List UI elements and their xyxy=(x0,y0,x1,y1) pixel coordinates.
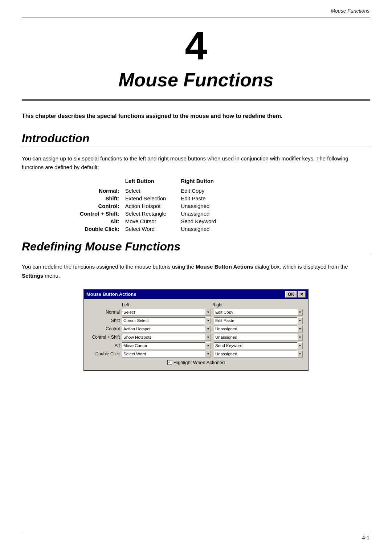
section-heading-redefining: Redefining Mouse Functions xyxy=(22,240,370,253)
dialog-left-input[interactable] xyxy=(122,351,205,358)
table-left-cell: Move Cursor xyxy=(125,217,181,225)
table-modifier-cell: Control: xyxy=(80,202,125,210)
table-right-cell: Unassigned xyxy=(181,210,231,217)
dialog-row-label: Alt xyxy=(89,343,122,348)
dialog-right-input[interactable] xyxy=(214,326,297,332)
table-row: Alt: Move Cursor Send Keyword xyxy=(80,217,231,225)
dialog-left-select[interactable]: ▼ xyxy=(122,317,211,324)
dialog-left-select[interactable]: ▼ xyxy=(122,342,211,349)
dialog-box: Mouse Button Actions OK ✕ Left Right Nor… xyxy=(83,289,309,371)
dialog-spacer xyxy=(89,302,122,307)
dialog-left-dropdown-btn[interactable]: ▼ xyxy=(205,317,211,324)
dialog-right-col-header: Right xyxy=(212,302,303,307)
table-left-cell: Extend Selection xyxy=(125,195,181,202)
dialog-left-input[interactable] xyxy=(122,342,205,349)
highlight-checkbox-label: Highlight When Actioned xyxy=(173,360,225,365)
dialog-left-select[interactable]: ▼ xyxy=(122,351,211,358)
dialog-row: Shift ▼ ▼ xyxy=(89,317,303,324)
section-rule-introduction xyxy=(22,147,370,147)
table-modifier-cell: Double Click: xyxy=(80,225,125,233)
table-modifier-cell: Control + Shift: xyxy=(80,210,125,217)
dialog-body: Left Right Normal ▼ ▼ Shift ▼ ▼ Control xyxy=(84,299,308,370)
bottom-rule xyxy=(22,533,370,533)
dialog-ok-button[interactable]: OK xyxy=(285,291,297,298)
dialog-right-select[interactable]: ▼ xyxy=(214,334,303,341)
functions-table: Left Button Right Button Normal: Select … xyxy=(80,178,231,233)
dialog-right-input[interactable] xyxy=(214,309,297,316)
bold-mouse-button-actions: Mouse Button Actions xyxy=(196,264,253,270)
table-left-button-header: Left Button xyxy=(125,178,181,187)
dialog-checkbox-row: ✓ Highlight When Actioned xyxy=(89,360,303,365)
chapter-number: 4 xyxy=(22,25,370,65)
dialog-left-select[interactable]: ▼ xyxy=(122,326,211,332)
table-modifier-cell: Alt: xyxy=(80,217,125,225)
dialog-left-dropdown-btn[interactable]: ▼ xyxy=(205,326,211,332)
table-row: Control: Action Hotspot Unassigned xyxy=(80,202,231,210)
dialog-left-dropdown-btn[interactable]: ▼ xyxy=(205,342,211,349)
dialog-right-input[interactable] xyxy=(214,351,297,358)
dialog-right-select[interactable]: ▼ xyxy=(214,351,303,358)
dialog-row-label: Double Click xyxy=(89,351,122,356)
dialog-row: Control + Shift ▼ ▼ xyxy=(89,334,303,341)
dialog-right-dropdown-btn[interactable]: ▼ xyxy=(297,351,303,358)
table-right-cell: Edit Paste xyxy=(181,195,231,202)
dialog-left-dropdown-btn[interactable]: ▼ xyxy=(205,309,211,316)
table-empty-header xyxy=(80,178,125,187)
dialog-right-input[interactable] xyxy=(214,317,297,324)
table-right-cell: Send Keyword xyxy=(181,217,231,225)
dialog-right-dropdown-btn[interactable]: ▼ xyxy=(297,326,303,332)
dialog-left-input[interactable] xyxy=(122,334,205,341)
table-row: Normal: Select Edit Copy xyxy=(80,187,231,195)
title-rule xyxy=(22,99,370,101)
section-rule-redefining xyxy=(22,255,370,255)
highlight-checkbox[interactable]: ✓ xyxy=(167,360,172,365)
dialog-left-dropdown-btn[interactable]: ▼ xyxy=(205,334,211,341)
dialog-right-dropdown-btn[interactable]: ▼ xyxy=(297,342,303,349)
dialog-titlebar: Mouse Button Actions OK ✕ xyxy=(84,290,308,299)
dialog-left-select[interactable]: ▼ xyxy=(122,309,211,316)
table-row: Double Click: Select Word Unassigned xyxy=(80,225,231,233)
table-right-button-header: Right Button xyxy=(181,178,231,187)
dialog-right-select[interactable]: ▼ xyxy=(214,309,303,316)
table-right-cell: Unassigned xyxy=(181,202,231,210)
dialog-left-input[interactable] xyxy=(122,326,205,332)
dialog-row: Alt ▼ ▼ xyxy=(89,342,303,349)
table-row: Control + Shift: Select Rectangle Unassi… xyxy=(80,210,231,217)
introduction-body: You can assign up to six special functio… xyxy=(22,154,370,172)
table-left-cell: Select xyxy=(125,187,181,195)
dialog-right-select[interactable]: ▼ xyxy=(214,317,303,324)
dialog-right-dropdown-btn[interactable]: ▼ xyxy=(297,309,303,316)
dialog-close-button[interactable]: ✕ xyxy=(298,291,306,298)
dialog-left-input[interactable] xyxy=(122,317,205,324)
dialog-row: Double Click ▼ ▼ xyxy=(89,351,303,358)
dialog-row-label: Control xyxy=(89,326,122,331)
header-title: Mouse Functions xyxy=(331,8,369,14)
dialog-right-dropdown-btn[interactable]: ▼ xyxy=(297,334,303,341)
dialog-row: Control ▼ ▼ xyxy=(89,326,303,332)
bold-settings: Settings xyxy=(22,273,43,279)
table-right-cell: Edit Copy xyxy=(181,187,231,195)
dialog-right-input[interactable] xyxy=(214,342,297,349)
dialog-right-select[interactable]: ▼ xyxy=(214,326,303,332)
table-left-cell: Select Rectangle xyxy=(125,210,181,217)
dialog-row-label: Control + Shift xyxy=(89,335,122,340)
dialog-row-label: Shift xyxy=(89,318,122,323)
chapter-title: Mouse Functions xyxy=(22,69,370,91)
table-left-cell: Select Word xyxy=(125,225,181,233)
dialog-left-col-header: Left xyxy=(122,302,212,307)
dialog-right-input[interactable] xyxy=(214,334,297,341)
dialog-row-label: Normal xyxy=(89,310,122,315)
intro-blurb: This chapter describes the special funct… xyxy=(22,111,319,121)
page-number: 4-1 xyxy=(362,535,369,540)
table-left-cell: Action Hotspot xyxy=(125,202,181,210)
dialog-left-input[interactable] xyxy=(122,309,205,316)
dialog-left-select[interactable]: ▼ xyxy=(122,334,211,341)
dialog-left-dropdown-btn[interactable]: ▼ xyxy=(205,351,211,358)
titlebar-buttons: OK ✕ xyxy=(285,291,306,298)
dialog-row: Normal ▼ ▼ xyxy=(89,309,303,316)
dialog-right-select[interactable]: ▼ xyxy=(214,342,303,349)
table-row: Shift: Extend Selection Edit Paste xyxy=(80,195,231,202)
dialog-title: Mouse Button Actions xyxy=(86,291,136,297)
dialog-wrapper: Mouse Button Actions OK ✕ Left Right Nor… xyxy=(83,289,309,371)
dialog-right-dropdown-btn[interactable]: ▼ xyxy=(297,317,303,324)
